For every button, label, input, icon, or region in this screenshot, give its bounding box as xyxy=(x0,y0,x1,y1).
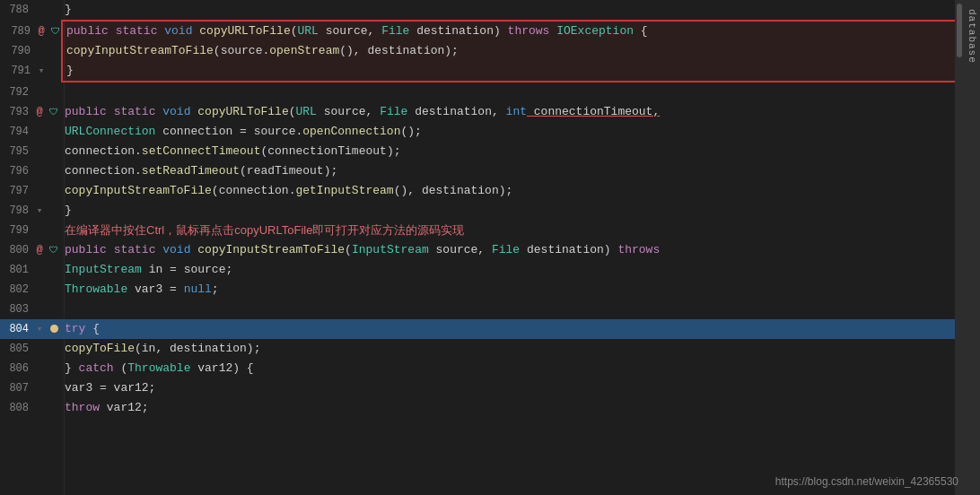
table-row: 789 @ 🛡 public static void copyURLToFile… xyxy=(2,22,976,41)
table-row: 793 @ 🛡 public static void copyURLToFile… xyxy=(0,102,980,122)
table-row: 808 throw var12; xyxy=(0,398,980,418)
scrollbar[interactable] xyxy=(955,0,964,495)
code-area: 788 } 789 @ 🛡 public static void copyURL… xyxy=(0,0,980,495)
table-row: 791 ▾ } xyxy=(2,61,976,81)
table-row: 797 copyInputStreamToFile(connection.get… xyxy=(0,181,980,201)
shield-icon: 🛡 xyxy=(49,108,58,117)
table-row: 802 Throwable var3 = null; xyxy=(0,280,980,300)
scrollbar-thumb[interactable] xyxy=(957,4,962,57)
table-row: 804 ▾ try { xyxy=(0,319,980,339)
fold-icon: ▾ xyxy=(39,65,45,76)
table-row: 805 copyToFile(in, destination); xyxy=(0,339,980,359)
chinese-annotation: 在编译器中按住Ctrl，鼠标再点击copyURLToFile即可打开对应方法的源… xyxy=(65,223,464,237)
at-marker: @ xyxy=(38,25,44,38)
table-row: 807 var3 = var12; xyxy=(0,378,980,398)
red-box-block: 789 @ 🛡 public static void copyURLToFile… xyxy=(61,20,978,82)
at-marker: @ xyxy=(36,106,42,118)
table-row: 800 @ 🛡 public static void copyInputStre… xyxy=(0,240,980,260)
table-row: 798 ▾ } xyxy=(0,201,980,221)
table-row: 806 } catch (Throwable var12) { xyxy=(0,359,980,378)
table-row: 796 connection.setReadTimeout(readTimeou… xyxy=(0,161,980,181)
fold-icon: ▾ xyxy=(37,205,43,216)
table-row: 801 InputStream in = source; xyxy=(0,260,980,280)
table-row: 788 } xyxy=(0,0,980,20)
table-row: 790 copyInputStreamToFile(source.openStr… xyxy=(2,41,976,61)
fold-icon: ▾ xyxy=(37,324,43,334)
debug-breakpoint-icon xyxy=(50,325,58,333)
sidebar-tab-label: database xyxy=(967,9,977,64)
shield-icon: 🛡 xyxy=(51,27,60,37)
csdn-watermark: https://blog.csdn.net/weixin_42365530 xyxy=(775,475,958,488)
table-row: 803 xyxy=(0,300,980,319)
table-row: 795 connection.setConnectTimeout(connect… xyxy=(0,142,980,161)
table-row: 792 xyxy=(0,82,980,102)
table-row: 799 在编译器中按住Ctrl，鼠标再点击copyURLToFile即可打开对应… xyxy=(0,221,980,240)
table-row: 794 URLConnection connection = source.op… xyxy=(0,122,980,142)
shield-icon: 🛡 xyxy=(49,246,58,256)
editor-container: 788 } 789 @ 🛡 public static void copyURL… xyxy=(0,0,980,495)
lines-container: 788 } 789 @ 🛡 public static void copyURL… xyxy=(0,0,980,495)
at-marker: @ xyxy=(36,244,42,256)
sidebar-tab[interactable]: database xyxy=(964,0,980,495)
